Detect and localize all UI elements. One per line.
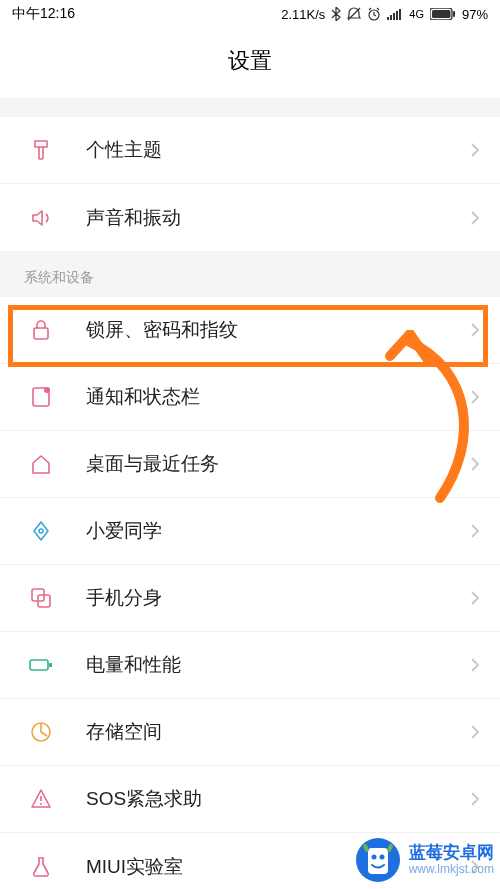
svg-rect-4 bbox=[393, 13, 395, 20]
row-theme[interactable]: 个性主题 bbox=[0, 117, 500, 184]
lock-icon bbox=[28, 317, 54, 343]
svg-point-23 bbox=[371, 855, 376, 860]
row-label: 锁屏、密码和指纹 bbox=[86, 317, 470, 343]
alarm-icon bbox=[367, 7, 381, 21]
battery-pct: 97% bbox=[462, 7, 488, 22]
svg-rect-9 bbox=[453, 11, 455, 17]
row-label: 手机分身 bbox=[86, 585, 470, 611]
dnd-icon bbox=[347, 7, 361, 21]
svg-point-13 bbox=[39, 529, 43, 533]
lab-icon bbox=[28, 854, 54, 880]
svg-rect-8 bbox=[432, 10, 451, 18]
chevron-right-icon bbox=[470, 523, 480, 539]
watermark-text: 蓝莓安卓网 www.lmkjst.com bbox=[409, 843, 494, 876]
svg-rect-2 bbox=[387, 17, 389, 20]
net-speed: 2.11K/s bbox=[281, 7, 325, 22]
xiaoai-icon bbox=[28, 518, 54, 544]
chevron-right-icon bbox=[470, 322, 480, 338]
row-notifications[interactable]: 通知和状态栏 bbox=[0, 364, 500, 431]
row-label: 存储空间 bbox=[86, 719, 470, 745]
row-label: 个性主题 bbox=[86, 137, 470, 163]
theme-icon bbox=[28, 137, 54, 163]
chevron-right-icon bbox=[470, 456, 480, 472]
sos-icon bbox=[28, 786, 54, 812]
settings-group-2: 锁屏、密码和指纹 通知和状态栏 桌面与最近任务 小爱同学 bbox=[0, 297, 500, 889]
network-label: 4G bbox=[409, 8, 424, 20]
svg-rect-16 bbox=[30, 660, 48, 670]
watermark-icon bbox=[355, 837, 401, 883]
svg-rect-5 bbox=[396, 11, 398, 20]
chevron-right-icon bbox=[470, 657, 480, 673]
svg-rect-22 bbox=[368, 848, 388, 874]
chevron-right-icon bbox=[470, 389, 480, 405]
home-icon bbox=[28, 451, 54, 477]
row-label: 小爱同学 bbox=[86, 518, 470, 544]
svg-rect-3 bbox=[390, 15, 392, 20]
row-lock-screen[interactable]: 锁屏、密码和指纹 bbox=[0, 297, 500, 364]
row-label: SOS紧急求助 bbox=[86, 786, 470, 812]
notification-icon bbox=[28, 384, 54, 410]
row-sound[interactable]: 声音和振动 bbox=[0, 184, 500, 251]
status-time: 中午12:16 bbox=[12, 5, 75, 23]
section-title-system: 系统和设备 bbox=[0, 251, 500, 297]
row-dual-apps[interactable]: 手机分身 bbox=[0, 565, 500, 632]
watermark-title: 蓝莓安卓网 bbox=[409, 843, 494, 863]
status-right: 2.11K/s 4G 97% bbox=[281, 7, 488, 22]
battery-icon bbox=[430, 8, 456, 20]
watermark-url: www.lmkjst.com bbox=[409, 863, 494, 877]
row-home-recent[interactable]: 桌面与最近任务 bbox=[0, 431, 500, 498]
signal-icon bbox=[387, 8, 403, 20]
svg-rect-10 bbox=[34, 328, 48, 339]
svg-point-20 bbox=[40, 803, 42, 805]
page-title: 设置 bbox=[0, 28, 500, 99]
row-label: 桌面与最近任务 bbox=[86, 451, 470, 477]
svg-rect-6 bbox=[399, 9, 401, 20]
battery-perf-icon bbox=[28, 652, 54, 678]
chevron-right-icon bbox=[470, 791, 480, 807]
bluetooth-icon bbox=[331, 7, 341, 21]
sound-icon bbox=[28, 205, 54, 231]
chevron-right-icon bbox=[470, 590, 480, 606]
settings-group-1: 个性主题 声音和振动 bbox=[0, 117, 500, 251]
row-xiaoai[interactable]: 小爱同学 bbox=[0, 498, 500, 565]
row-storage[interactable]: 存储空间 bbox=[0, 699, 500, 766]
dual-icon bbox=[28, 585, 54, 611]
spacer bbox=[0, 99, 500, 117]
storage-icon bbox=[28, 719, 54, 745]
row-label: 电量和性能 bbox=[86, 652, 470, 678]
svg-point-12 bbox=[44, 387, 50, 393]
svg-rect-17 bbox=[49, 663, 52, 667]
chevron-right-icon bbox=[470, 724, 480, 740]
row-battery[interactable]: 电量和性能 bbox=[0, 632, 500, 699]
chevron-right-icon bbox=[470, 210, 480, 226]
watermark: 蓝莓安卓网 www.lmkjst.com bbox=[355, 837, 494, 883]
chevron-right-icon bbox=[470, 142, 480, 158]
row-sos[interactable]: SOS紧急求助 bbox=[0, 766, 500, 833]
svg-point-24 bbox=[379, 855, 384, 860]
row-label: 声音和振动 bbox=[86, 205, 470, 231]
row-label: 通知和状态栏 bbox=[86, 384, 470, 410]
status-bar: 中午12:16 2.11K/s 4G 97% bbox=[0, 0, 500, 28]
